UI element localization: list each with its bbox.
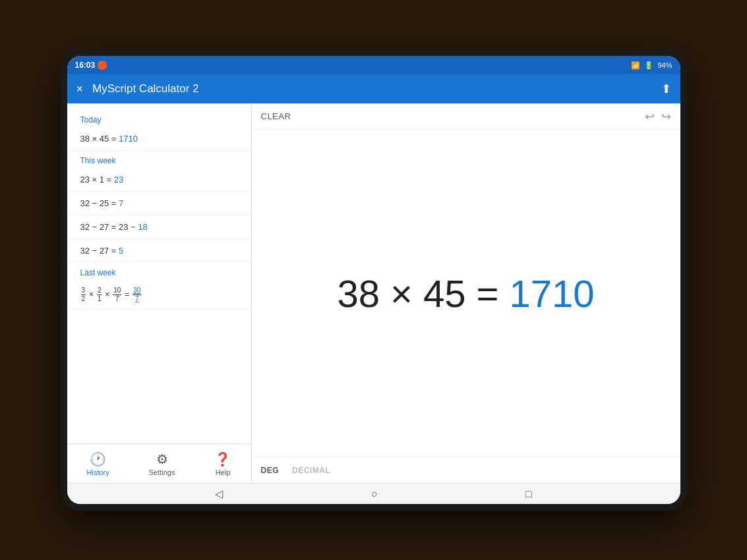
calc-mode-deg[interactable]: DEG [261,466,280,475]
calc-equals-sign: = [477,271,499,316]
history-expression: 32 − 27 = 23 − [80,222,138,232]
calc-expression-display: 38 × 45 = 1710 [337,271,594,316]
calc-operands: 38 × 45 [337,271,465,316]
sidebar-bottom-nav: 🕐 History ⚙ Settings ❓ Help [67,443,251,483]
history-expression: 32 × 21 × 107 = 307 [80,289,142,299]
tablet-screen: 16:03 📶 🔋 94% × MyScript Calculator 2 ⬆ [67,56,680,504]
main-content: Today 38 × 45 = 1710 This week 23 × 1 = … [67,103,680,483]
notification-dot [98,61,107,70]
history-result: 23 [114,175,123,184]
app-title: MyScript Calculator 2 [92,82,199,96]
undo-button[interactable]: ↩ [645,109,655,124]
time-display: 16:03 [75,61,96,70]
history-label: History [87,468,109,476]
history-item[interactable]: 38 × 45 = 1710 [67,127,251,151]
status-icons: 📶 🔋 94% [631,61,672,70]
section-last-week: Last week [67,263,251,280]
calc-toolbar: CLEAR ↩ ↪ [252,103,680,130]
clear-button[interactable]: CLEAR [261,109,291,124]
history-item[interactable]: 32 − 25 = 7 [67,192,251,215]
history-result: 5 [119,246,123,256]
history-result: 1710 [119,134,138,144]
battery-icon: 🔋 [644,61,653,70]
calc-result-value: 1710 [509,271,594,316]
history-item[interactable]: 32 × 21 × 107 = 307 [67,280,251,310]
help-icon: ❓ [214,451,231,467]
recent-apps-button[interactable]: □ [525,488,532,500]
history-item[interactable]: 32 − 27 = 23 − 18 [67,215,251,239]
history-expression: 38 × 45 = [80,134,119,144]
redo-button[interactable]: ↪ [661,109,671,124]
history-item[interactable]: 32 − 27 = 5 [67,239,251,263]
app-header: × MyScript Calculator 2 ⬆ [67,74,680,103]
sidebar: Today 38 × 45 = 1710 This week 23 × 1 = … [67,103,252,483]
home-button[interactable]: ○ [371,488,378,500]
share-button[interactable]: ⬆ [661,82,671,96]
wifi-icon: 📶 [631,61,640,70]
status-bar: 16:03 📶 🔋 94% [67,56,680,74]
section-today: Today [67,110,251,127]
calc-display: 38 × 45 = 1710 [252,130,680,457]
settings-label: Settings [149,468,175,476]
header-left: × MyScript Calculator 2 [76,82,199,96]
settings-icon: ⚙ [156,451,168,467]
calc-mode-decimal[interactable]: DECIMAL [292,466,330,475]
undo-redo-controls: ↩ ↪ [645,109,671,124]
history-expression: 23 × 1 = [80,175,114,184]
history-item[interactable]: 23 × 1 = 23 [67,168,251,192]
history-expression: 32 − 25 = [80,198,119,208]
history-expression: 32 − 27 = [80,246,119,256]
system-nav-bar: ◁ ○ □ [67,483,680,504]
history-icon: 🕐 [90,451,106,467]
history-list: Today 38 × 45 = 1710 This week 23 × 1 = … [67,103,251,443]
section-this-week: This week [67,151,251,168]
nav-help[interactable]: ❓ Help [204,449,241,479]
nav-settings[interactable]: ⚙ Settings [138,449,186,479]
history-result: 7 [119,198,123,208]
calc-bottom-bar: DEG DECIMAL [252,457,680,483]
history-result: 18 [138,222,147,232]
nav-history[interactable]: 🕐 History [76,449,120,479]
back-button[interactable]: ◁ [215,488,223,500]
help-label: Help [216,468,231,476]
battery-percent: 94% [657,61,672,69]
tablet-device: 16:03 📶 🔋 94% × MyScript Calculator 2 ⬆ [61,49,687,511]
close-button[interactable]: × [76,82,84,96]
calculator-area: CLEAR ↩ ↪ 38 × 45 = 1710 DEG DECIMAL [252,103,680,483]
status-time: 16:03 [75,61,107,70]
